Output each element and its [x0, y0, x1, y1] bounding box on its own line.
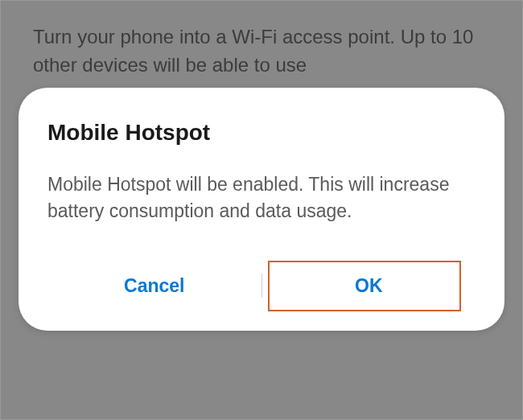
cancel-button[interactable]: Cancel: [47, 261, 262, 311]
confirmation-dialog: Mobile Hotspot Mobile Hotspot will be en…: [19, 88, 504, 331]
ok-button[interactable]: OK: [262, 261, 476, 311]
background-description: Turn your phone into a Wi-Fi access poin…: [33, 23, 490, 80]
dialog-title: Mobile Hotspot: [47, 120, 476, 146]
dialog-actions: Cancel OK: [47, 261, 476, 311]
screen: Turn your phone into a Wi-Fi access poin…: [0, 0, 523, 420]
bottom-background-strip: [1, 400, 522, 419]
dialog-message: Mobile Hotspot will be enabled. This wil…: [47, 171, 476, 225]
